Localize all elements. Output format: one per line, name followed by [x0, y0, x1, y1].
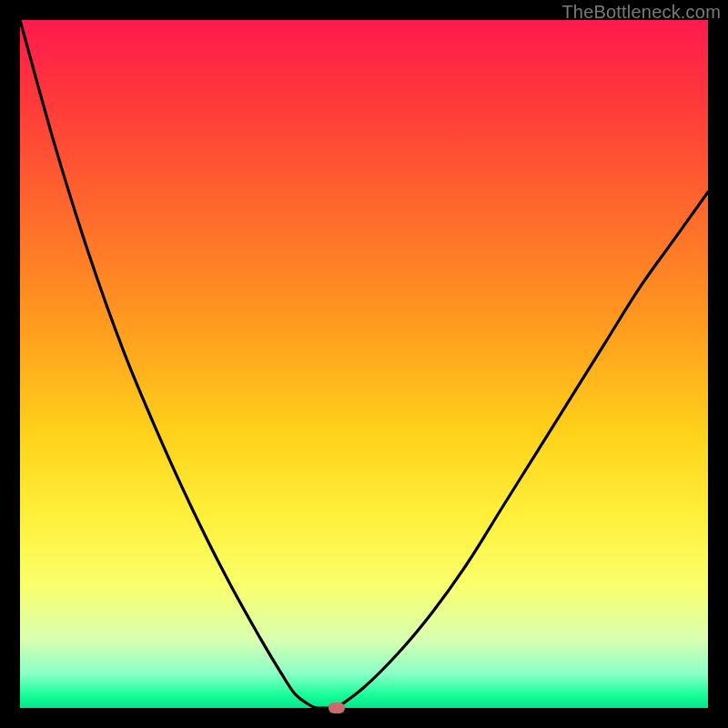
optimal-point-marker — [329, 703, 345, 713]
curve-path-left — [20, 20, 316, 708]
plot-area — [20, 20, 708, 708]
curve-path-right — [337, 192, 708, 708]
bottleneck-curve — [20, 20, 708, 708]
chart-frame: TheBottleneck.com — [0, 0, 728, 728]
